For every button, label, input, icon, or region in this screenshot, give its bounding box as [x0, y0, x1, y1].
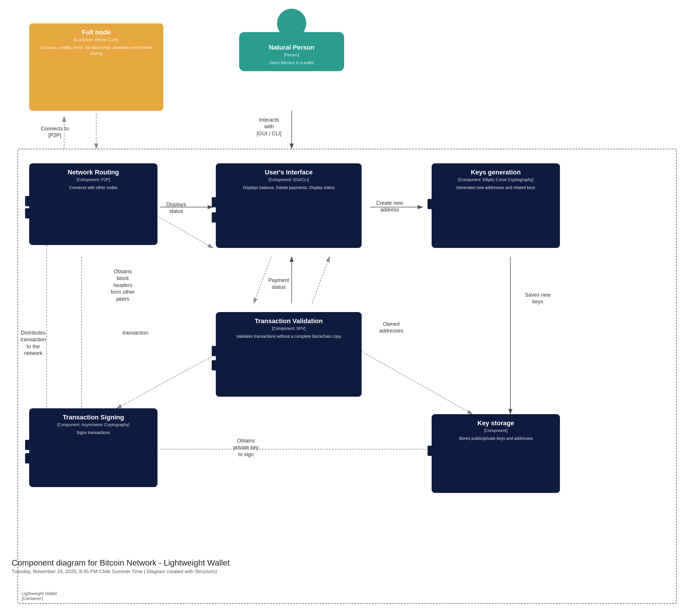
keys-generation-title: Keys generation — [436, 168, 555, 176]
keys-generation-desc: Generates new addressee and related keys — [436, 185, 555, 191]
full-node-box: Full node [Container: Bitcoin Core] Cont… — [29, 23, 163, 111]
users-interface-box: User's Interface [Component: GUI/CLI] Di… — [216, 163, 361, 248]
distributes-transaction-label: Distributes transaction to the network — [20, 329, 46, 357]
transaction-label: transaction — [122, 329, 148, 336]
transaction-signing-title: Transaction Signing — [34, 414, 153, 421]
network-routing-desc: Connects with other nodes — [34, 185, 153, 191]
obtains-private-key-label: Obtains private key to sign — [233, 438, 259, 458]
diagram-area: Full node [Container: Bitcoin Core] Cont… — [0, 0, 697, 583]
create-new-address-label: Create new address — [376, 200, 403, 214]
payment-status-label: Payment status — [268, 277, 289, 291]
key-storage-box: Key storage [Component] Stores public/pr… — [432, 414, 560, 493]
footer-title: Component diagram for Bitcoin Network - … — [12, 558, 230, 568]
natural-person-title: Natural Person — [244, 44, 339, 51]
displays-status-label: Displays status — [166, 201, 186, 215]
keys-generation-box: Keys generation [Component: Elliptic Cur… — [432, 163, 560, 248]
full-node-subtitle: [Container: Bitcoin Core] — [34, 37, 159, 42]
interacts-with-label: Interacts with [GUI / CLI] — [257, 117, 281, 137]
footer: Component diagram for Bitcoin Network - … — [12, 558, 230, 575]
owned-addresses-label: Owned addresses — [379, 321, 403, 335]
network-routing-title: Network Routing — [34, 168, 153, 176]
transaction-signing-subtitle: [Component: Asymmetric Cryptography] — [34, 422, 153, 427]
container-label: Lightweight Wallet [Container] — [21, 591, 57, 601]
natural-person-desc: Owns bitcoins in a wallet — [244, 60, 339, 66]
network-routing-subtitle: [Component: P2P] — [34, 177, 153, 182]
full-node-desc: Contains a wallet, miner, full blockchai… — [34, 45, 159, 56]
natural-person-box: Natural Person [Person] Owns bitcoins in… — [239, 32, 344, 71]
full-node-title: Full node — [34, 29, 159, 36]
transaction-validation-desc: Validates transactions without a complet… — [221, 334, 357, 339]
keys-generation-subtitle: [Component: Elliptic Curve Cryptography] — [436, 177, 555, 182]
saves-new-keys-label: Saves new keys — [525, 292, 551, 305]
transaction-validation-title: Transaction Validation — [221, 317, 357, 325]
natural-person-container: Natural Person [Person] Owns bitcoins in… — [239, 9, 344, 77]
transaction-validation-box: Transaction Validation [Component: SPV] … — [216, 312, 361, 397]
obtains-block-label: Obtains block headers form other peers — [111, 268, 135, 303]
transaction-validation-subtitle: [Component: SPV] — [221, 326, 357, 331]
key-storage-title: Key storage — [436, 420, 555, 427]
natural-person-subtitle: [Person] — [244, 53, 339, 57]
transaction-signing-desc: Signs transactions — [34, 430, 153, 436]
footer-subtitle: Tuesday, November 24, 2020, 8:45 PM Chil… — [12, 569, 230, 575]
transaction-signing-box: Transaction Signing [Component: Asymmetr… — [29, 408, 158, 487]
network-routing-box: Network Routing [Component: P2P] Connect… — [29, 163, 158, 245]
users-interface-title: User's Interface — [221, 168, 357, 176]
users-interface-desc: Displays balance, Initiate payments, Dis… — [221, 185, 357, 191]
connects-to-label: Connects to [P2P] — [41, 126, 69, 139]
key-storage-subtitle: [Component] — [436, 428, 555, 433]
key-storage-desc: Stores public/private keys and addresses — [436, 436, 555, 442]
users-interface-subtitle: [Component: GUI/CLI] — [221, 177, 357, 182]
